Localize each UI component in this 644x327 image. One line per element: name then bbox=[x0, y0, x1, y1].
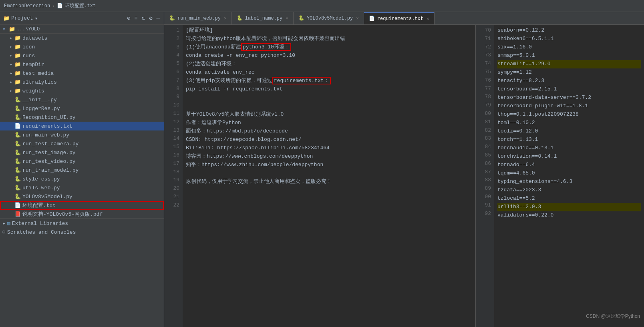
line-num-2: 2 bbox=[164, 35, 179, 43]
tree-label: requirements.txt bbox=[22, 123, 72, 129]
tab-run-main-web-label: run_main_web.py bbox=[177, 16, 221, 21]
code-line-22 bbox=[186, 203, 472, 211]
root-folder-icon: ▾ 📁 bbox=[2, 26, 15, 32]
tab-run-main-web[interactable]: 🐍 run_main_web.py ✕ bbox=[164, 12, 232, 25]
tree-label: ultralytics bbox=[22, 79, 57, 85]
tab-requirements[interactable]: 📄 requirements.txt ✕ bbox=[364, 12, 435, 25]
right-line-num-84: 84 bbox=[476, 143, 491, 151]
locate-icon[interactable]: ⊕ bbox=[126, 14, 131, 22]
tab-yolo[interactable]: 🐍 YOLOv8v5Model.py ✕ bbox=[294, 12, 364, 25]
line-num-21: 21 bbox=[164, 193, 179, 201]
tab-close-icon[interactable]: ✕ bbox=[224, 16, 227, 21]
code-line-15: BiliBili: https://space.bilibili.com/582… bbox=[186, 144, 472, 152]
tree-item-shuoming[interactable]: 📕说明文档-YOLOv8v5-网页版.pdf bbox=[0, 210, 164, 219]
project-label-text: Project bbox=[11, 15, 33, 21]
tree-item-run_main_web[interactable]: 🐍run_main_web.py bbox=[0, 130, 164, 139]
scratches-item[interactable]: ⊙ Scratches and Consoles bbox=[0, 228, 164, 237]
line-num-13: 13 bbox=[164, 126, 179, 135]
line-num-12: 12 bbox=[164, 118, 179, 126]
tab-close-icon-2[interactable]: ✕ bbox=[286, 16, 288, 21]
tree-label: 环境配置.txt bbox=[22, 202, 56, 209]
right-line-num-83: 83 bbox=[476, 134, 491, 143]
line-num-20: 20 bbox=[164, 185, 179, 193]
tab-close-icon-4[interactable]: ✕ bbox=[427, 16, 429, 21]
sidebar-toolbar: 📁 Project ▾ ⊕ ≡ ⇅ ⚙ ─ bbox=[0, 12, 164, 25]
tree-item-YOLOv8v5Model[interactable]: 🐍YOLOv8v5Model.py bbox=[0, 192, 164, 201]
tree-item-__init__[interactable]: 🐍__init__.py bbox=[0, 95, 164, 104]
right-code-line-76: tenacity==8.2.3 bbox=[497, 77, 641, 85]
external-libraries-item[interactable]: ▸ ▦ External Libraries bbox=[0, 219, 164, 228]
right-line-num-72: 72 bbox=[476, 43, 491, 52]
txt-icon: 📄 bbox=[14, 123, 21, 129]
tree-item-huanjing[interactable]: 📄环境配置.txt bbox=[0, 201, 164, 210]
tree-item-style_css[interactable]: 🐍style_css.py bbox=[0, 175, 164, 183]
folder-icon: 📁 bbox=[14, 61, 21, 68]
tree-item-run_test_video[interactable]: 🐍run_test_video.py bbox=[0, 157, 164, 166]
right-line-num-73: 73 bbox=[476, 51, 491, 60]
libraries-icon: ▦ bbox=[7, 220, 10, 227]
tree-item-run_test_image[interactable]: 🐍run_test_image.py bbox=[0, 148, 164, 157]
tree-item-tempDir[interactable]: ▸📁tempDir bbox=[0, 60, 164, 69]
tree-item-requirements[interactable]: 📄requirements.txt bbox=[0, 122, 164, 130]
code-line-11: 基于YOLOv8/v5的人脸表情识别系统v1.0 bbox=[186, 110, 472, 119]
tree-item-Recognition_UI[interactable]: 🐍Recognition_UI.py bbox=[0, 113, 164, 122]
folder-arrow-icon: ▸ bbox=[8, 62, 14, 67]
right-editor-content[interactable]: seaborn==0.12.2shiboken6==6.5.1.1six==1.… bbox=[494, 25, 644, 327]
left-editor[interactable]: 12345678910111213141516171819202122 [配置环… bbox=[164, 25, 476, 327]
left-editor-content[interactable]: [配置环境]请按照给定的python版本配置环境，否则可能会因依赖不兼容而出错(… bbox=[183, 25, 475, 327]
line-num-9: 9 bbox=[164, 93, 179, 101]
right-editor[interactable]: 7071727374757677787980818283848586878889… bbox=[476, 25, 644, 327]
tab-close-icon-3[interactable]: ✕ bbox=[356, 16, 359, 21]
code-line-8: pip install -r requirements.txt bbox=[186, 85, 472, 94]
tree-item-run_train_model[interactable]: 🐍run_train_model.py bbox=[0, 166, 164, 175]
tree-label: run_test_video.py bbox=[22, 158, 76, 165]
line-num-8: 8 bbox=[164, 85, 179, 93]
minimize-icon[interactable]: ─ bbox=[156, 14, 161, 22]
collapse-all-icon[interactable]: ≡ bbox=[133, 14, 138, 22]
right-code-line-78: tensorboard-data-server==0.7.2 bbox=[497, 94, 641, 102]
py-icon: 🐍 bbox=[14, 105, 21, 112]
tree-item-weights[interactable]: ▸📁weights bbox=[0, 86, 164, 95]
editor-area: 🐍 run_main_web.py ✕ 🐍 label_name.py ✕ 🐍 … bbox=[164, 12, 644, 327]
project-dropdown[interactable]: 📁 Project ▾ bbox=[3, 15, 38, 22]
tree-label: run_train_model.py bbox=[22, 167, 78, 173]
right-line-num-89: 89 bbox=[476, 185, 491, 193]
settings-icon[interactable]: ⚙ bbox=[148, 14, 153, 22]
tab-label-name[interactable]: 🐍 label_name.py ✕ bbox=[232, 12, 294, 25]
sort-icon[interactable]: ⇅ bbox=[141, 14, 146, 22]
tree-item-run_test_camera[interactable]: 🐍run_test_camera.py bbox=[0, 139, 164, 148]
tree-label: datasets bbox=[22, 35, 47, 41]
right-code-line-89: tzdata==2023.3 bbox=[497, 186, 641, 195]
right-code-line-87: tqdm==4.65.0 bbox=[497, 169, 641, 178]
top-bar: EmotionDetection › 📄 环境配置.txt bbox=[0, 0, 644, 12]
tree-item-runs[interactable]: ▸📁runs bbox=[0, 51, 164, 60]
py-icon: 🐍 bbox=[14, 158, 21, 165]
line-num-3: 3 bbox=[164, 43, 179, 52]
tree-label: YOLOv8v5Model.py bbox=[22, 194, 72, 200]
breadcrumb-project[interactable]: EmotionDetection bbox=[4, 3, 50, 9]
tree-label: run_main_web.py bbox=[22, 132, 69, 138]
folder-icon: 📁 bbox=[14, 44, 21, 50]
tree-item-ultralytics[interactable]: ▸📁ultralytics bbox=[0, 78, 164, 86]
right-line-num-86: 86 bbox=[476, 160, 491, 168]
line-num-19: 19 bbox=[164, 176, 179, 185]
folder-arrow-icon: ▸ bbox=[8, 44, 14, 49]
right-code-line-72: six==1.16.0 bbox=[497, 43, 641, 52]
folder-arrow-icon: ▸ bbox=[8, 36, 14, 40]
root-folder-row[interactable]: ▾ 📁 ...\YOLO bbox=[0, 25, 164, 34]
watermark: CSDN @逗逗班学Python bbox=[586, 313, 640, 320]
tree-item-test_media[interactable]: ▸📁test media bbox=[0, 69, 164, 78]
tree-item-icon[interactable]: ▸📁icon bbox=[0, 42, 164, 51]
right-line-num-74: 74 bbox=[476, 60, 491, 68]
tree-item-datasets[interactable]: ▸📁datasets bbox=[0, 34, 164, 42]
tree-item-LoggerRes[interactable]: 🐍LoggerRes.py bbox=[0, 104, 164, 113]
sidebar-file-tree: ▸📁datasets▸📁icon▸📁runs▸📁tempDir▸📁test me… bbox=[0, 34, 164, 327]
right-line-num-91: 91 bbox=[476, 201, 491, 210]
tree-label: style_css.py bbox=[22, 176, 60, 182]
tree-label: run_test_camera.py bbox=[22, 141, 78, 147]
tree-item-utils_web[interactable]: 🐍utils_web.py bbox=[0, 183, 164, 192]
py-icon: 🐍 bbox=[14, 167, 21, 173]
line-num-14: 14 bbox=[164, 134, 179, 143]
py-icon: 🐍 bbox=[14, 193, 21, 200]
right-code-line-73: smmap==5.0.1 bbox=[497, 52, 641, 60]
